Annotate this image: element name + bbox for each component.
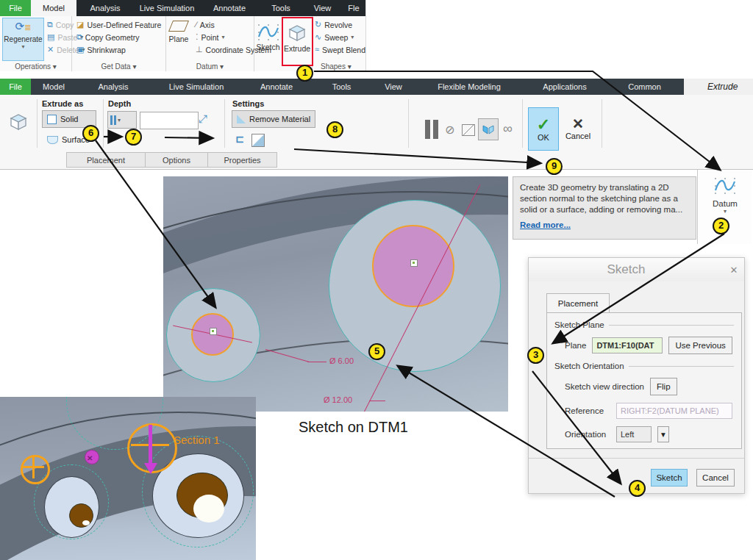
close-icon[interactable]: ✕ xyxy=(724,265,744,276)
tab-live-simulation[interactable]: Live Simulation xyxy=(134,0,200,16)
main-3d-viewport[interactable]: Ø 6.00 Ø 12.00 xyxy=(163,176,508,412)
copy-geometry-button[interactable]: ⧉Copy Geometry xyxy=(74,31,161,43)
attached-preview-button[interactable] xyxy=(478,118,499,140)
small-hole-highlight xyxy=(82,520,90,525)
remove-material-button[interactable]: Remove Material xyxy=(232,110,315,128)
unattached-preview-icon[interactable] xyxy=(462,124,475,136)
tab2-model[interactable]: Model xyxy=(31,79,76,95)
orientation-dropdown-arrow[interactable]: ▾ xyxy=(657,426,669,442)
sketch-confirm-button[interactable]: Sketch xyxy=(651,469,688,487)
swept-blend-button[interactable]: ≈Swept Blend xyxy=(312,43,365,56)
attached-preview-icon xyxy=(482,125,494,134)
tab2-tools[interactable]: Tools xyxy=(310,79,373,95)
datum-group-label[interactable]: Datum ▾ xyxy=(166,62,254,71)
large-dim-leader-h xyxy=(369,401,385,401)
no-preview-icon[interactable]: ⊘ xyxy=(445,123,454,137)
group-sketch: Sketch xyxy=(254,16,282,71)
use-previous-button[interactable]: Use Previous xyxy=(668,337,732,354)
plane-reference-field[interactable]: DTM1:F10(DAT xyxy=(592,337,663,353)
sketch-orientation-section-label: Sketch Orientation xyxy=(554,362,624,370)
get-data-group-label[interactable]: Get Data ▾ xyxy=(72,62,165,71)
orientation-select[interactable]: Left xyxy=(616,426,652,442)
tab2-extrude-context[interactable]: Extrude xyxy=(707,82,738,92)
solid-icon xyxy=(47,115,57,124)
sketch-cancel-button[interactable]: Cancel xyxy=(696,469,735,487)
tab-view[interactable]: View xyxy=(303,0,342,16)
flip-button[interactable]: Flip xyxy=(650,378,677,395)
udf-icon: ◪ xyxy=(76,21,84,29)
remove-material-icon xyxy=(237,115,246,123)
small-diameter-dim[interactable]: Ø 6.00 xyxy=(329,356,354,365)
delete-icon: ✕ xyxy=(47,46,54,54)
cancel-button[interactable]: ✕ Cancel xyxy=(561,107,595,149)
paste-icon: ▤ xyxy=(47,33,54,41)
sweep-button[interactable]: ∿Sweep▾ xyxy=(312,31,365,43)
datum-sketch-icon xyxy=(713,176,738,196)
tab-annotate[interactable]: Annotate xyxy=(200,0,259,16)
datum-panel-separator xyxy=(697,170,698,244)
properties-panel-tab[interactable]: Properties xyxy=(207,152,277,168)
tab2-annotate[interactable]: Annotate xyxy=(243,79,310,95)
open-section-icon[interactable]: ⊏ xyxy=(235,133,244,145)
section-3d-view[interactable]: ✕ Section 1 xyxy=(0,397,256,560)
tab-tools[interactable]: Tools xyxy=(259,0,303,16)
tab2-analysis[interactable]: Analysis xyxy=(76,79,150,95)
ribbon1-tabbar: File Model Analysis Live Simulation Anno… xyxy=(0,0,365,16)
coordinate-system-icon: ⊥ xyxy=(196,46,203,54)
datum-flyout-arrow[interactable]: ▾ xyxy=(724,208,727,215)
extrude-feature-icon xyxy=(7,111,29,133)
reference-field[interactable]: RIGHT:F2(DATUM PLANE) xyxy=(616,403,732,419)
regenerate-icon: ⟳≣ xyxy=(3,18,43,35)
tab2-common[interactable]: Common xyxy=(605,79,684,95)
extrude-tooltip: Create 3D geometry by translating a 2D s… xyxy=(513,176,696,240)
pause-icon[interactable] xyxy=(425,120,438,139)
axis-icon: ∕ xyxy=(196,21,197,29)
sketch-button[interactable]: Sketch xyxy=(255,22,281,51)
small-hole xyxy=(69,503,93,528)
plane-icon xyxy=(168,21,189,32)
flip-material-side-icon[interactable] xyxy=(251,134,265,147)
shapes-group-label[interactable]: Shapes ▾ xyxy=(312,62,365,71)
depth-label: Depth xyxy=(108,99,131,108)
read-more-link[interactable]: Read more... xyxy=(520,220,571,231)
regenerate-button[interactable]: ⟳≣ Regenerate ▾ xyxy=(2,18,44,61)
options-panel-tab[interactable]: Options xyxy=(145,152,208,168)
group-get-data: ◪User-Defined Feature ⧉Copy Geometry ▣Sh… xyxy=(72,16,166,71)
glasses-icon[interactable]: ∞ xyxy=(503,121,513,137)
operations-group-label[interactable]: Operations ▾ xyxy=(0,62,71,71)
tab2-view[interactable]: View xyxy=(373,79,414,95)
large-diameter-dim[interactable]: Ø 12.00 xyxy=(324,395,352,404)
regenerate-label: Regenerate xyxy=(3,35,43,43)
revolve-button[interactable]: ↻Revolve xyxy=(312,18,365,31)
depth-type-dropdown[interactable]: ▾ xyxy=(107,111,137,129)
ok-button[interactable]: ✓ OK xyxy=(528,107,559,151)
tab-model[interactable]: Model xyxy=(31,0,76,16)
flip-depth-direction-icon[interactable]: ⤢ xyxy=(199,112,207,126)
sweep-icon: ∿ xyxy=(315,33,321,41)
point-icon: ⁚ xyxy=(196,33,199,41)
plane-button[interactable]: Plane xyxy=(168,21,190,43)
large-circle-center-marker xyxy=(410,259,418,267)
swept-blend-icon: ≈ xyxy=(315,46,319,54)
depth-value-input[interactable] xyxy=(140,112,199,129)
group-shapes: ↻Revolve ∿Sweep▾ ≈Swept Blend Shapes ▾ xyxy=(312,16,365,71)
large-hole-highlight xyxy=(193,495,224,523)
tab2-flexible-modeling[interactable]: Flexible Modeling xyxy=(414,79,524,95)
section-arrow-shaft xyxy=(149,425,152,465)
orientation-field-label: Orientation xyxy=(565,430,610,439)
sketch-dialog-title: Sketch xyxy=(529,262,724,277)
tab2-file[interactable]: File xyxy=(0,79,31,95)
tab-flexible-modeling-cut[interactable]: Fle xyxy=(342,0,365,16)
tab2-live-simulation[interactable]: Live Simulation xyxy=(150,79,243,95)
tab-file[interactable]: File xyxy=(0,0,31,16)
ok-check-icon: ✓ xyxy=(537,117,550,133)
udf-button[interactable]: ◪User-Defined Feature xyxy=(74,18,161,31)
placement-tab[interactable]: Placement xyxy=(546,293,610,313)
regenerate-dropdown-arrow[interactable]: ▾ xyxy=(3,43,43,50)
axis-marker-circle-left[interactable] xyxy=(21,455,50,484)
placement-panel-tab[interactable]: Placement xyxy=(66,152,146,168)
shrinkwrap-button[interactable]: ▣Shrinkwrap xyxy=(74,43,161,56)
sketch-dialog-header[interactable]: Sketch ✕ xyxy=(529,258,744,281)
tab-analysis[interactable]: Analysis xyxy=(76,0,134,16)
tab2-applications[interactable]: Applications xyxy=(524,79,605,95)
